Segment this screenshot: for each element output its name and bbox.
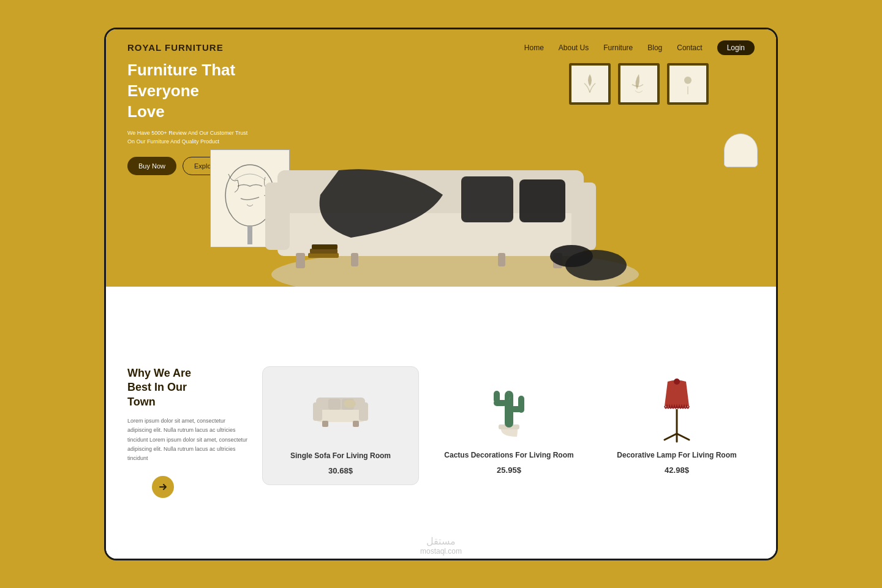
nav-links: Home About Us Furniture Blog Contact Log… (524, 42, 755, 53)
svg-rect-8 (265, 183, 290, 250)
svg-rect-23 (313, 402, 322, 421)
product-image-cactus (475, 375, 543, 443)
buy-now-button[interactable]: Buy Now (127, 157, 176, 175)
product-card-cactus[interactable]: Cactus Decorations For Living Room 25.95… (431, 366, 587, 485)
browser-frame: ROYAL FURNITURE Home About Us Furniture … (104, 28, 778, 560)
nav-blog[interactable]: Blog (647, 43, 662, 52)
cactus-svg (488, 379, 530, 440)
nav-login[interactable]: Login (717, 40, 755, 55)
svg-rect-33 (494, 391, 500, 403)
product-price-lamp: 42.98$ (665, 466, 689, 475)
nav-furniture[interactable]: Furniture (603, 43, 633, 52)
svg-rect-9 (571, 183, 596, 250)
lamp-shade (724, 134, 758, 167)
arrow-right-icon (158, 482, 168, 492)
svg-rect-24 (359, 402, 368, 421)
nav-about[interactable]: About Us (559, 43, 589, 52)
svg-rect-26 (353, 421, 359, 427)
watermark-arabic: مستقل (420, 535, 462, 547)
watermark: مستقل mostaql.com (420, 535, 462, 556)
product-card-sofa[interactable]: Single Sofa For Living Room 30.68$ (262, 366, 419, 485)
product-name-sofa: Single Sofa For Living Room (290, 451, 391, 461)
svg-rect-27 (328, 399, 341, 410)
wall-frames (569, 63, 709, 105)
products-layout: Why We Are Best In Our Town Lorem ipsum … (127, 366, 755, 498)
product-cards: Single Sofa For Living Room 30.68$ (262, 366, 755, 485)
watermark-url: mostaql.com (420, 547, 462, 556)
sofa-svg (228, 134, 688, 287)
why-title: Why We Are Best In Our Town (127, 366, 250, 409)
sofa-scene (228, 134, 715, 287)
brand-logo: ROYAL FURNITURE (127, 42, 224, 53)
svg-rect-19 (310, 249, 337, 254)
hero-section: ROYAL FURNITURE Home About Us Furniture … (106, 29, 776, 287)
nav-home[interactable]: Home (524, 43, 544, 52)
svg-rect-35 (518, 396, 524, 413)
lamp-product-svg (652, 375, 701, 443)
product-name-cactus: Cactus Decorations For Living Room (444, 450, 573, 461)
svg-rect-15 (519, 179, 565, 222)
svg-point-0 (684, 77, 692, 84)
svg-rect-10 (296, 253, 305, 268)
lamp-base (728, 247, 755, 255)
wall-frame-3 (667, 63, 709, 105)
product-image-lamp (643, 375, 710, 443)
product-name-lamp: Decorative Lamp For Living Room (617, 450, 736, 461)
bottom-section: Why We Are Best In Our Town Lorem ipsum … (106, 348, 776, 559)
product-price-sofa: 30.68$ (328, 466, 353, 475)
svg-point-39 (674, 379, 680, 385)
arrow-button[interactable] (152, 476, 174, 498)
svg-rect-12 (351, 253, 358, 266)
svg-rect-13 (498, 253, 505, 266)
nav-contact[interactable]: Contact (677, 43, 702, 52)
product-price-cactus: 25.95$ (497, 466, 521, 475)
svg-rect-25 (322, 421, 328, 427)
hero-title: Furniture That Everyone Love (127, 60, 250, 122)
wall-frame-2 (618, 63, 660, 105)
why-description: Lorem ipsum dolor sit amet, consectetur … (127, 417, 250, 463)
product-image-sofa (307, 376, 374, 443)
wall-frame-1 (569, 63, 611, 105)
svg-rect-14 (461, 176, 513, 222)
svg-rect-20 (312, 244, 337, 249)
lamp-pole (740, 167, 742, 247)
svg-rect-18 (308, 253, 339, 258)
sofa-product-svg (310, 385, 371, 434)
why-section: Why We Are Best In Our Town Lorem ipsum … (127, 366, 250, 498)
svg-point-17 (550, 245, 593, 267)
product-card-lamp[interactable]: Decorative Lamp For Living Room 42.98$ (599, 366, 755, 485)
floor-lamp (724, 134, 758, 268)
svg-point-29 (344, 399, 356, 408)
